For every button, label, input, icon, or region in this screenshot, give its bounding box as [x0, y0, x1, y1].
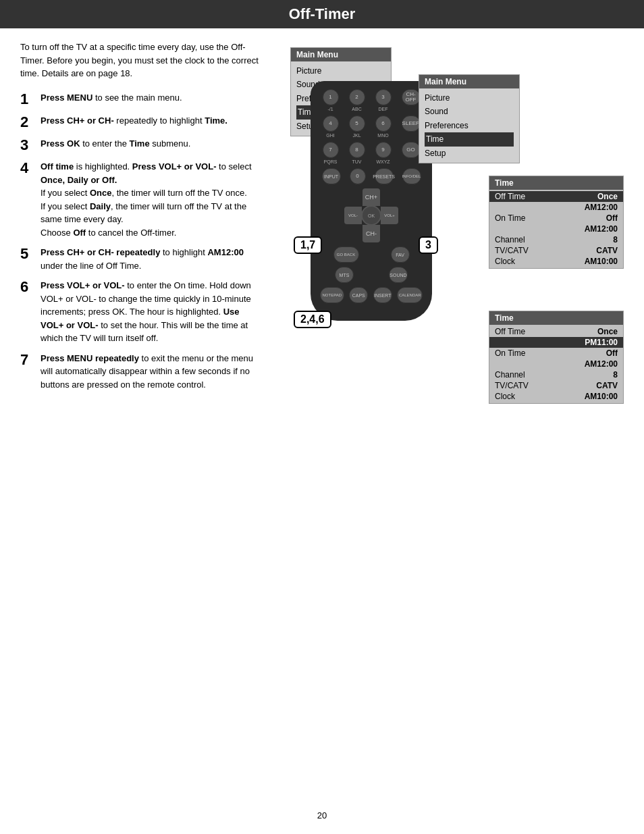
- btn-notepad[interactable]: NOTEPAD: [320, 287, 344, 303]
- step-1: 1 Press MENU to see the main menu.: [20, 91, 263, 107]
- btn-ch-off[interactable]: CH-OFF: [402, 89, 421, 105]
- main-menu-content-2: Picture Sound Preferences Time Setup: [419, 88, 519, 163]
- time-menu-title-1: Time: [489, 176, 623, 190]
- step-number-6: 6: [20, 279, 35, 295]
- remote-bottom-row: GO BACK FAV: [317, 246, 425, 263]
- step-4: 4 Off time is highlighted. Press VOL+ or…: [20, 160, 263, 239]
- time-row-offTime-val: AM12:00: [489, 202, 623, 213]
- btn-presets[interactable]: PRESETS: [375, 168, 394, 184]
- page-number: 20: [0, 810, 644, 820]
- remote-row-1: 1 -/1 2 ABC 3 DEF CH-OFF: [317, 89, 425, 111]
- step-number-3: 3: [20, 137, 35, 153]
- btn-info-del[interactable]: INFO/DEL: [402, 168, 421, 184]
- btn-ch-plus[interactable]: CH+: [363, 188, 380, 206]
- btn-insert[interactable]: INSERT: [373, 287, 392, 303]
- time-menu-title-2: Time: [489, 311, 623, 325]
- btn-ok[interactable]: OK: [361, 205, 381, 226]
- remote-row-2: 4 GHI 5 JKL 6 MNO SLEEP: [317, 115, 425, 138]
- btn-1[interactable]: 1: [323, 89, 339, 105]
- btn-sleep[interactable]: SLEEP: [402, 115, 421, 132]
- time2-row-offTime: Off TimeOnce: [489, 326, 623, 337]
- step-text-3: Press OK to enter the Time submenu.: [41, 137, 190, 151]
- btn-ch-minus[interactable]: CH-: [363, 225, 380, 242]
- btn-vol-minus[interactable]: VOL-: [344, 207, 362, 224]
- remote-control: 1 -/1 2 ABC 3 DEF CH-OFF: [311, 81, 432, 321]
- btn-8[interactable]: 8: [349, 142, 365, 158]
- main-menu-title-2: Main Menu: [419, 75, 519, 88]
- btn-0[interactable]: 0: [350, 168, 366, 184]
- time-row-offTime: Off TimeOnce: [489, 191, 623, 202]
- step-7: 7 Press MENU repeatedly to exit the menu…: [20, 352, 263, 392]
- title-bar: Off-Timer: [0, 0, 644, 28]
- step-text-7: Press MENU repeatedly to exit the menu o…: [41, 352, 263, 392]
- btn-9[interactable]: 9: [375, 142, 392, 158]
- btn-mts[interactable]: MTS: [335, 267, 354, 283]
- step-text-6: Press VOL+ or VOL- to enter the On time.…: [41, 279, 263, 345]
- remote-row-4: INPUT 0 PRESETS INFO/DEL: [317, 168, 425, 184]
- btn-sound[interactable]: SOUND: [389, 267, 408, 283]
- time2-row-onTime-val: AM12:00: [489, 359, 623, 369]
- left-column: To turn off the TV at a specific time ev…: [20, 41, 263, 446]
- time-row-onTime-val: AM12:00: [489, 224, 623, 234]
- step-3: 3 Press OK to enter the Time submenu.: [20, 137, 263, 153]
- remote-keyboard-row: NOTEPAD CAPS INSERT CALENDAR: [317, 287, 425, 303]
- time-row-tvcatv: TV/CATVCATV: [489, 245, 623, 256]
- step-number-5: 5: [20, 246, 35, 262]
- remote-mts-row: MTS SOUND: [317, 267, 425, 283]
- time-menu-box-2: Time Off TimeOnce PM11:00 On TimeOff AM1…: [489, 311, 624, 404]
- badge-17: 1,7: [294, 236, 322, 254]
- time2-row-clock: ClockAM10:00: [489, 391, 623, 402]
- nav-cross: CH+ CH- VOL+ VOL- OK: [344, 188, 398, 242]
- page-title: Off-Timer: [289, 5, 356, 22]
- btn-caps[interactable]: CAPS: [349, 287, 368, 303]
- intro-text: To turn off the TV at a specific time ev…: [20, 41, 263, 80]
- step-text-5: Press CH+ or CH- repeatedly to highlight…: [41, 246, 263, 272]
- time-row-clock: ClockAM10:00: [489, 256, 623, 267]
- btn-2[interactable]: 2: [349, 89, 365, 105]
- btn-input[interactable]: INPUT: [322, 168, 341, 184]
- btn-4[interactable]: 4: [323, 115, 339, 132]
- step-number-1: 1: [20, 91, 35, 107]
- btn-5[interactable]: 5: [349, 115, 365, 132]
- right-column: Main Menu Picture Sound Preferences Time…: [277, 41, 624, 446]
- btn-go-back[interactable]: GO BACK: [333, 246, 359, 263]
- step-text-4: Off time is highlighted. Press VOL+ or V…: [41, 160, 263, 239]
- btn-vol-plus[interactable]: VOL+: [381, 207, 398, 224]
- time-row-onTime: On TimeOff: [489, 213, 623, 224]
- btn-go[interactable]: GO: [402, 142, 421, 158]
- btn-fav[interactable]: FAV: [391, 246, 410, 263]
- step-text-2: Press CH+ or CH- repeatedly to highlight…: [41, 114, 227, 128]
- time-row-channel: Channel8: [489, 234, 623, 245]
- time2-row-tvcatv: TV/CATVCATV: [489, 380, 623, 391]
- time2-row-channel: Channel8: [489, 369, 623, 380]
- time2-row-onTime: On TimeOff: [489, 348, 623, 359]
- step-number-4: 4: [20, 160, 35, 176]
- step-number-2: 2: [20, 114, 35, 130]
- step-5: 5 Press CH+ or CH- repeatedly to highlig…: [20, 246, 263, 272]
- remote-row-3: 7 PQRS 8 TUV 9 WXYZ GO: [317, 142, 425, 164]
- badge-246: 2,4,6: [294, 311, 331, 328]
- step-text-1: Press MENU to see the main menu.: [41, 91, 182, 105]
- time-menu-box-1: Time Off TimeOnce AM12:00 On TimeOff AM1…: [489, 176, 624, 269]
- btn-3[interactable]: 3: [375, 89, 392, 105]
- step-number-7: 7: [20, 352, 35, 368]
- btn-calendar[interactable]: CALENDAR: [397, 287, 423, 303]
- badge-3: 3: [419, 236, 438, 254]
- btn-7[interactable]: 7: [323, 142, 339, 158]
- step-6: 6 Press VOL+ or VOL- to enter the On tim…: [20, 279, 263, 345]
- main-menu-box-2: Main Menu Picture Sound Preferences Time…: [419, 74, 520, 163]
- time2-row-offTime-val: PM11:00: [489, 337, 623, 348]
- main-menu-title-1: Main Menu: [291, 48, 391, 61]
- btn-6[interactable]: 6: [375, 115, 392, 132]
- step-2: 2 Press CH+ or CH- repeatedly to highlig…: [20, 114, 263, 130]
